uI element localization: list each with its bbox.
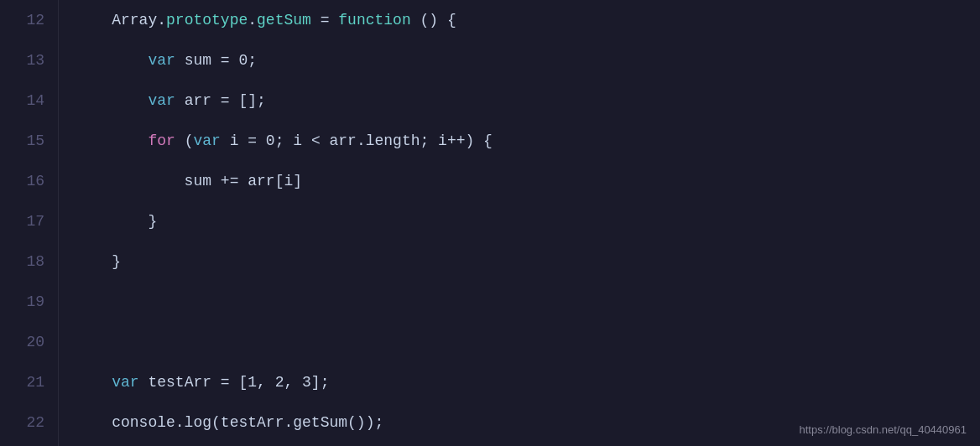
line-number: 19 (13, 282, 44, 322)
code-line (76, 322, 980, 362)
code-token: 0 (266, 121, 275, 161)
code-token: for (148, 121, 175, 161)
line-number: 13 (13, 40, 44, 80)
code-token: . (157, 0, 166, 40)
code-token: . (248, 0, 257, 40)
code-token: ; (248, 40, 257, 80)
code-token: testArr = [1, 2, 3]; (139, 362, 330, 402)
code-token: i = (221, 121, 266, 161)
code-token: Array (76, 0, 157, 40)
line-number: 18 (13, 241, 44, 282)
code-line: sum += arr[i] (76, 161, 980, 201)
code-line: for (var i = 0; i < arr.length; i++) { (76, 121, 980, 161)
code-token: sum = (175, 40, 239, 80)
code-token: ( (175, 121, 194, 161)
code-line: var testArr = [1, 2, 3]; (76, 362, 980, 402)
code-token: arr = []; (175, 80, 266, 121)
code-line: } (76, 241, 980, 282)
code-token: var (112, 362, 138, 402)
code-token: getSum (257, 0, 311, 40)
line-number: 14 (13, 80, 44, 121)
code-token: sum += arr[i] (76, 161, 302, 201)
code-token: var (148, 40, 175, 80)
code-token: () { (411, 0, 456, 40)
code-line: Array.prototype.getSum = function () { (76, 0, 980, 40)
code-token (76, 40, 148, 80)
code-token: = (311, 0, 338, 40)
code-token: prototype (166, 0, 248, 40)
code-token: function (338, 0, 410, 40)
code-token: 0 (238, 40, 248, 80)
line-number: 22 (13, 402, 44, 443)
code-token: var (148, 80, 175, 121)
line-number: 17 (13, 201, 44, 241)
line-number: 20 (13, 322, 44, 362)
code-token: var (193, 121, 220, 161)
code-line: var arr = []; (76, 80, 980, 121)
code-token (76, 362, 112, 402)
watermark: https://blog.csdn.net/qq_40440961 (800, 423, 967, 436)
line-number: 15 (13, 121, 44, 161)
code-token (76, 121, 148, 161)
code-token (76, 80, 148, 121)
code-token: console.log(testArr.getSum()); (76, 402, 383, 443)
code-line: console.log(testArr.getSum()); (76, 402, 980, 443)
line-number-gutter: 1213141516171819202122 (0, 0, 59, 446)
code-token: } (76, 201, 157, 241)
code-token: } (76, 241, 121, 282)
code-line (76, 282, 980, 322)
code-area: Array.prototype.getSum = function () { v… (59, 0, 980, 446)
line-number: 12 (13, 0, 44, 40)
code-line: var sum = 0; (76, 40, 980, 80)
line-number: 16 (13, 161, 44, 201)
code-token: ; i < arr.length; i++) { (275, 121, 493, 161)
line-number: 21 (13, 362, 44, 402)
code-editor: 1213141516171819202122 Array.prototype.g… (0, 0, 980, 446)
code-line: } (76, 201, 980, 241)
